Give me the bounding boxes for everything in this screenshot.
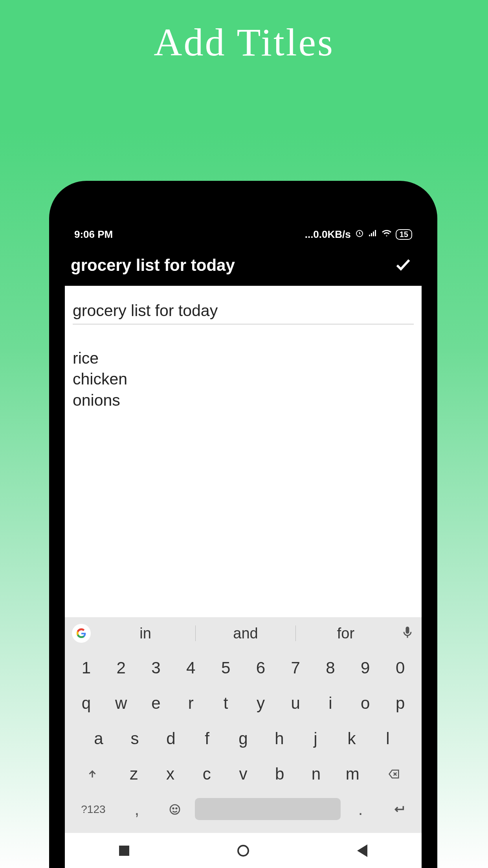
key-v[interactable]: v: [226, 759, 261, 789]
circle-icon: [237, 845, 249, 857]
key-7[interactable]: 7: [279, 653, 312, 683]
svg-point-6: [173, 808, 174, 809]
key-f[interactable]: f: [190, 723, 224, 754]
symbols-key[interactable]: ?123: [70, 794, 117, 825]
key-a[interactable]: a: [81, 723, 116, 754]
emoji-key[interactable]: [157, 794, 193, 825]
note-line: chicken: [73, 369, 414, 390]
svg-rect-4: [375, 230, 376, 236]
key-0[interactable]: 0: [383, 653, 417, 683]
key-w[interactable]: w: [105, 688, 138, 719]
key-q[interactable]: q: [70, 688, 103, 719]
app-header: grocery list for today: [65, 245, 422, 286]
key-o[interactable]: o: [349, 688, 382, 719]
backspace-key[interactable]: [372, 759, 417, 789]
back-button[interactable]: [354, 843, 370, 859]
recent-apps-button[interactable]: [116, 843, 132, 859]
enter-icon: [392, 803, 405, 816]
svg-point-7: [176, 808, 177, 809]
status-data-rate: ...0.0KB/s: [305, 228, 351, 241]
shift-key[interactable]: [70, 759, 115, 789]
keyboard-row-asdf: a s d f g h j k l: [70, 723, 417, 754]
arrow-up-icon: [86, 768, 98, 780]
key-3[interactable]: 3: [139, 653, 173, 683]
android-nav-bar: [65, 833, 422, 868]
key-i[interactable]: i: [314, 688, 347, 719]
key-j[interactable]: j: [298, 723, 333, 754]
note-body-input[interactable]: rice chicken onions: [73, 348, 414, 411]
key-x[interactable]: x: [153, 759, 188, 789]
note-editor: rice chicken onions: [65, 286, 422, 617]
key-2[interactable]: 2: [105, 653, 138, 683]
note-line: rice: [73, 348, 414, 369]
key-p[interactable]: p: [383, 688, 417, 719]
key-8[interactable]: 8: [314, 653, 347, 683]
key-d[interactable]: d: [154, 723, 188, 754]
svg-rect-2: [371, 233, 372, 236]
key-9[interactable]: 9: [349, 653, 382, 683]
keyboard-row-qwerty: q w e r t y u i o p: [70, 688, 417, 719]
key-z[interactable]: z: [116, 759, 151, 789]
keyboard: in and for 1 2 3 4 5 6 7: [65, 617, 422, 833]
mic-icon: [400, 625, 415, 640]
signal-icon: [368, 228, 378, 241]
home-button[interactable]: [235, 843, 251, 859]
phone-screen: 9:06 PM ...0.0KB/s 15 grocery list for t…: [65, 224, 422, 868]
confirm-button[interactable]: [394, 256, 412, 275]
key-r[interactable]: r: [174, 688, 207, 719]
key-6[interactable]: 6: [244, 653, 277, 683]
phone-frame: 9:06 PM ...0.0KB/s 15 grocery list for t…: [49, 181, 437, 868]
key-m[interactable]: m: [335, 759, 370, 789]
emoji-icon: [169, 803, 181, 816]
keyboard-row-bottom: ?123 , .: [70, 794, 417, 825]
key-e[interactable]: e: [139, 688, 173, 719]
svg-rect-1: [369, 235, 370, 236]
battery-icon: 15: [396, 229, 412, 240]
note-line: onions: [73, 390, 414, 411]
key-k[interactable]: k: [334, 723, 369, 754]
wifi-icon: [382, 228, 392, 241]
key-u[interactable]: u: [279, 688, 312, 719]
check-icon: [394, 256, 412, 274]
svg-rect-3: [373, 232, 374, 236]
period-key[interactable]: .: [342, 794, 379, 825]
key-b[interactable]: b: [262, 759, 297, 789]
square-icon: [119, 846, 129, 856]
comma-key[interactable]: ,: [119, 794, 155, 825]
note-title-input[interactable]: [73, 302, 414, 324]
alarm-icon: [355, 228, 364, 241]
key-4[interactable]: 4: [174, 653, 207, 683]
key-l[interactable]: l: [371, 723, 405, 754]
svg-point-5: [170, 805, 180, 814]
space-key[interactable]: [195, 798, 341, 820]
key-h[interactable]: h: [262, 723, 297, 754]
backspace-icon: [386, 768, 402, 780]
key-t[interactable]: t: [209, 688, 242, 719]
suggestion-2[interactable]: and: [196, 625, 295, 642]
key-y[interactable]: y: [244, 688, 277, 719]
status-bar: 9:06 PM ...0.0KB/s 15: [65, 224, 422, 245]
key-n[interactable]: n: [299, 759, 334, 789]
suggestion-1[interactable]: in: [95, 625, 195, 642]
mic-button[interactable]: [400, 625, 415, 641]
enter-key[interactable]: [380, 794, 417, 825]
google-icon[interactable]: [72, 624, 91, 643]
app-header-title: grocery list for today: [71, 256, 235, 275]
key-g[interactable]: g: [226, 723, 261, 754]
keyboard-row-zxcv: z x c v b n m: [70, 759, 417, 789]
key-s[interactable]: s: [117, 723, 152, 754]
status-time: 9:06 PM: [74, 228, 113, 241]
keyboard-row-numbers: 1 2 3 4 5 6 7 8 9 0: [70, 653, 417, 683]
key-c[interactable]: c: [189, 759, 224, 789]
key-5[interactable]: 5: [209, 653, 242, 683]
triangle-left-icon: [357, 844, 367, 857]
suggestion-3[interactable]: for: [296, 625, 396, 642]
suggestion-bar: in and for: [65, 617, 422, 649]
promo-title: Add Titles: [0, 0, 488, 65]
key-1[interactable]: 1: [70, 653, 103, 683]
